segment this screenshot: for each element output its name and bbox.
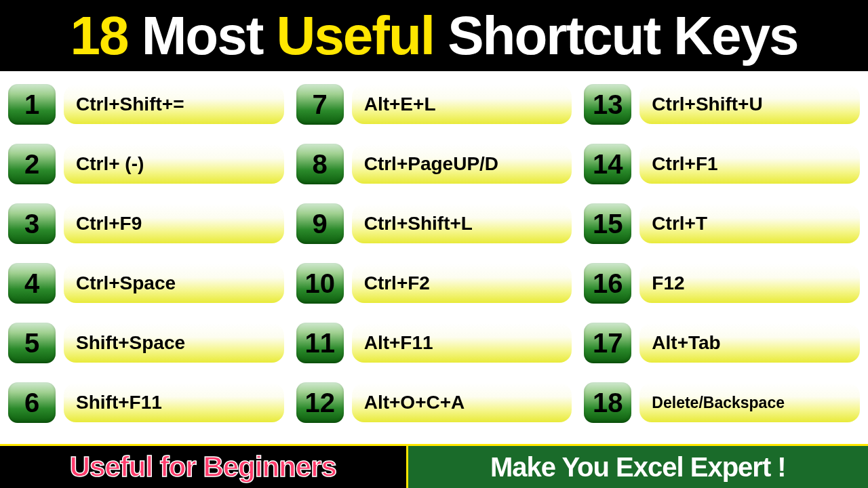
shortcut-pill: Delete/Backspace: [639, 383, 860, 422]
shortcut-text: Ctrl+ (-): [76, 153, 144, 175]
shortcut-pill: Ctrl+F9: [64, 204, 284, 243]
shortcut-row: 1Ctrl+Shift+=: [8, 83, 284, 125]
badge-number: 17: [593, 329, 623, 357]
shortcut-row: 10Ctrl+F2: [296, 262, 572, 304]
shortcut-pill: Ctrl+PageUP/D: [352, 144, 572, 184]
shortcut-pill: Alt+E+L: [352, 85, 572, 124]
number-badge: 10: [296, 263, 344, 304]
shortcut-row: 8Ctrl+PageUP/D: [296, 143, 572, 185]
footer-right-panel: Make You Excel Expert !: [408, 446, 868, 488]
number-badge: 4: [8, 263, 56, 304]
number-badge: 12: [296, 382, 344, 423]
badge-number: 7: [313, 91, 328, 118]
badge-number: 10: [304, 270, 335, 297]
badge-number: 16: [593, 270, 623, 297]
number-badge: 7: [296, 84, 344, 125]
badge-number: 1: [24, 91, 39, 118]
number-badge: 9: [296, 203, 344, 244]
number-badge: 18: [584, 382, 631, 423]
shortcut-row: 18Delete/Backspace: [584, 382, 860, 424]
shortcut-row: 12Alt+O+C+A: [296, 382, 572, 424]
shortcut-row: 7Alt+E+L: [296, 83, 572, 125]
badge-number: 13: [593, 91, 623, 118]
shortcut-text: Shift+Space: [76, 332, 185, 354]
shortcut-text: Ctrl+F1: [652, 153, 717, 175]
title-text: 18 Most Useful Shortcut Keys: [70, 5, 797, 67]
shortcut-pill: Alt+O+C+A: [352, 383, 572, 422]
shortcut-pill: Ctrl+T: [639, 204, 860, 243]
shortcut-pill: Ctrl+ (-): [64, 144, 284, 184]
badge-number: 2: [24, 150, 39, 178]
shortcut-pill: Alt+F11: [352, 323, 572, 363]
badge-number: 18: [593, 389, 623, 416]
shortcut-row: 15Ctrl+T: [584, 203, 860, 245]
shortcut-grid: 1Ctrl+Shift+=2Ctrl+ (-)3Ctrl+F94Ctrl+Spa…: [0, 71, 868, 444]
number-badge: 1: [8, 84, 56, 125]
badge-number: 12: [304, 389, 335, 416]
shortcut-text: Ctrl+F9: [76, 213, 142, 235]
badge-number: 11: [304, 329, 335, 357]
badge-number: 15: [593, 210, 623, 237]
badge-number: 6: [24, 389, 39, 416]
shortcut-text: Ctrl+Shift+L: [364, 213, 473, 235]
shortcut-row: 11Alt+F11: [296, 322, 572, 364]
shortcut-row: 2Ctrl+ (-): [8, 143, 284, 185]
badge-number: 14: [593, 150, 623, 178]
shortcut-text: Ctrl+Shift+U: [652, 94, 762, 115]
footer-left-panel: Useful for Beginners: [0, 446, 408, 488]
shortcut-pill: Ctrl+F1: [639, 144, 860, 184]
badge-number: 5: [24, 329, 39, 357]
shortcut-text: Ctrl+F2: [364, 272, 430, 294]
shortcut-row: 4Ctrl+Space: [8, 262, 284, 304]
column-2: 7Alt+E+L8Ctrl+PageUP/D9Ctrl+Shift+L10Ctr…: [296, 83, 572, 437]
footer-bar: Useful for Beginners Make You Excel Expe…: [0, 444, 868, 488]
shortcut-text: Delete/Backspace: [652, 394, 785, 412]
shortcut-text: Ctrl+PageUP/D: [364, 153, 498, 175]
shortcut-pill: Shift+Space: [64, 323, 284, 363]
shortcut-row: 13Ctrl+Shift+U: [584, 83, 860, 125]
shortcut-row: 14Ctrl+F1: [584, 143, 860, 185]
number-badge: 6: [8, 382, 56, 423]
footer-left-text: Useful for Beginners: [70, 451, 336, 483]
number-badge: 16: [584, 263, 631, 304]
number-badge: 17: [584, 323, 631, 363]
number-badge: 2: [8, 144, 56, 184]
shortcut-pill: Ctrl+Shift+=: [64, 85, 284, 124]
shortcut-text: Alt+E+L: [364, 94, 436, 115]
shortcut-row: 6Shift+F11: [8, 382, 284, 424]
number-badge: 5: [8, 323, 56, 363]
number-badge: 13: [584, 84, 631, 125]
shortcut-pill: Ctrl+F2: [352, 264, 572, 303]
badge-number: 3: [24, 210, 39, 237]
title-part-1: 18: [70, 5, 127, 66]
shortcut-text: Alt+O+C+A: [364, 392, 465, 413]
shortcut-pill: Alt+Tab: [639, 323, 860, 363]
shortcut-pill: Ctrl+Shift+U: [639, 85, 860, 124]
number-badge: 8: [296, 144, 344, 184]
badge-number: 9: [313, 210, 328, 237]
footer-right-text: Make You Excel Expert !: [490, 452, 786, 483]
shortcut-pill: Ctrl+Shift+L: [352, 204, 572, 243]
title-header: 18 Most Useful Shortcut Keys: [0, 0, 868, 71]
shortcut-text: Shift+F11: [76, 392, 162, 413]
title-part-2: Most: [127, 5, 276, 66]
shortcut-text: Ctrl+T: [652, 213, 707, 235]
shortcut-row: 9Ctrl+Shift+L: [296, 203, 572, 245]
shortcut-row: 5Shift+Space: [8, 322, 284, 364]
title-part-4: Shortcut Keys: [434, 5, 798, 66]
shortcut-text: Ctrl+Space: [76, 272, 176, 294]
shortcut-text: Alt+F11: [364, 332, 433, 354]
shortcut-row: 3Ctrl+F9: [8, 203, 284, 245]
shortcut-text: Alt+Tab: [652, 332, 720, 354]
number-badge: 3: [8, 203, 56, 244]
badge-number: 4: [24, 270, 39, 297]
number-badge: 15: [584, 203, 631, 244]
title-part-3: Useful: [277, 5, 435, 66]
badge-number: 8: [313, 150, 328, 178]
shortcut-pill: F12: [639, 264, 860, 303]
shortcut-pill: Ctrl+Space: [64, 264, 284, 303]
shortcut-pill: Shift+F11: [64, 383, 284, 422]
shortcut-row: 17Alt+Tab: [584, 322, 860, 364]
number-badge: 11: [296, 323, 344, 363]
shortcut-text: F12: [652, 272, 684, 294]
